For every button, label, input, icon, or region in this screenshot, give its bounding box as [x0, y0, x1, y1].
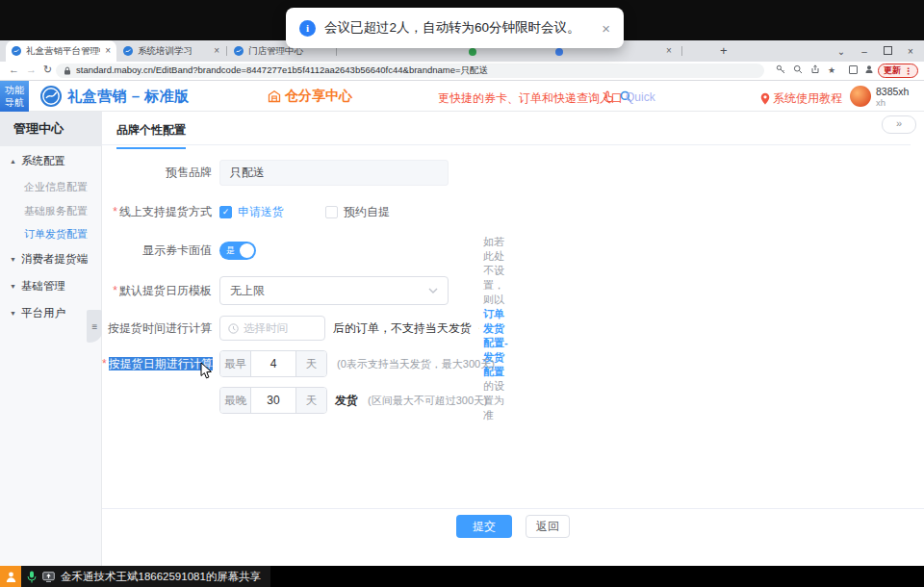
promo-text: 更快捷的券卡、订单和快递查询入口	[438, 90, 623, 107]
earliest-unit: 天	[295, 351, 326, 376]
browser-tab-1[interactable]: 礼盒营销平台管理中心 ×	[6, 40, 116, 62]
time-placeholder: 选择时间	[244, 321, 288, 336]
sidebar-item-label: 企业信息配置	[24, 181, 88, 192]
latest-days-input[interactable]: 30	[251, 388, 295, 413]
screen-share-icon	[42, 572, 55, 582]
time-picker-input[interactable]: 选择时间	[219, 316, 325, 341]
show-value-toggle[interactable]: 是	[219, 242, 256, 260]
form-row-calendar-template: *默认提货日历模板 无上限	[102, 276, 449, 305]
sidebar-group-label: 基础管理	[21, 279, 65, 294]
tab-separator	[226, 46, 227, 56]
select-value: 无上限	[230, 283, 265, 299]
brand-logo	[40, 86, 62, 107]
minimize-button[interactable]: –	[853, 46, 876, 57]
presale-brand-input[interactable]: 只配送	[219, 160, 449, 186]
password-key-icon[interactable]	[776, 64, 785, 78]
form-row-pickup-method: *线上支持提货方式 ✓ 申请送货 预约自提	[102, 204, 390, 219]
profile-icon[interactable]	[864, 64, 874, 78]
tab-group-icon[interactable]	[849, 64, 858, 78]
submit-button[interactable]: 提交	[456, 515, 512, 538]
meeting-attendee-icon[interactable]	[0, 566, 21, 587]
maximize-button[interactable]	[876, 46, 899, 57]
sidebar-item-basic-service[interactable]: 基础服务配置	[24, 204, 88, 218]
browser-tab-2[interactable]: 系统培训学习 ×	[117, 40, 225, 62]
address-bar[interactable]: standard.maboy.cn/EditBand?brandcode=844…	[56, 64, 764, 78]
reload-icon[interactable]: ↻	[43, 64, 52, 75]
back-button[interactable]: 返回	[526, 515, 570, 538]
latest-hint: (区间最大不可超过300天)	[368, 394, 488, 408]
earliest-prefix: 最早	[220, 351, 251, 376]
checkbox-delivery[interactable]: ✓	[219, 206, 232, 218]
toast-close-icon[interactable]: ×	[602, 20, 610, 37]
microphone-icon	[27, 571, 37, 583]
app-title: 礼盒营销 – 标准版	[67, 88, 190, 106]
pointing-hand-icon	[602, 89, 615, 103]
earliest-days-input[interactable]: 4	[251, 351, 295, 376]
username: 8385xh	[876, 86, 909, 97]
field-label: 显示券卡面值	[102, 242, 219, 259]
user-sub: xh	[876, 97, 886, 108]
screen-share-text: 金禾通技术王斌18662591081的屏幕共享	[61, 570, 261, 584]
sidebar-item-enterprise-info[interactable]: 企业信息配置	[24, 180, 88, 194]
tutorial-link[interactable]: 系统使用教程	[760, 90, 842, 107]
check-icon: ✓	[222, 207, 230, 217]
menu-dots-icon[interactable]: ⋮	[904, 66, 912, 76]
back-icon[interactable]: ←	[9, 64, 19, 75]
form-row-date-calc-earliest: *按提货日期进行计算 最早 4 天 (0表示支持当天发货，最大300天)	[102, 350, 495, 377]
tab-close-icon[interactable]: ×	[105, 46, 111, 56]
chrome-update-button[interactable]: 更新 ⋮	[878, 64, 918, 78]
clock-icon	[228, 323, 239, 334]
window-close-button[interactable]: ×	[899, 46, 922, 57]
sidebar-group-consumer-pickup[interactable]: ▼ 消费者提货端	[0, 252, 102, 267]
warehouse-icon	[268, 89, 281, 103]
menu-lines-icon: ≡	[92, 321, 98, 332]
sidebar-collapse-handle[interactable]: ≡	[87, 310, 103, 343]
share-icon[interactable]	[810, 64, 820, 78]
form-row-date-calc-latest: 最晚 30 天 发货 (区间最大不可超过300天)	[102, 387, 488, 414]
ship-label: 发货	[335, 393, 358, 409]
hidden-tab-favicon	[469, 48, 476, 56]
tab-title: 礼盒营销平台管理中心	[26, 45, 100, 58]
window-controls: ⌄ – ×	[830, 40, 922, 62]
selected-label-text: 按提货日期进行计算	[109, 357, 213, 370]
user-avatar[interactable]	[850, 86, 871, 107]
sidebar-item-order-shipping[interactable]: 订单发货配置	[24, 227, 88, 242]
tip-content: 如若此处不设置，则以订单发货配置-发货配置的设置为准	[483, 235, 513, 422]
tip-pin-icon	[478, 322, 479, 335]
site-favicon	[123, 46, 133, 56]
checkbox-self-pickup[interactable]	[325, 206, 338, 218]
chevron-down-icon	[428, 288, 438, 294]
sidebar-group-basic-management[interactable]: ▼ 基础管理	[0, 279, 102, 294]
earliest-hint: (0表示支持当天发货，最大300天)	[337, 357, 495, 371]
checkbox-self-pickup-label[interactable]: 预约自提	[344, 204, 390, 220]
quick-label[interactable]: Quick	[626, 90, 655, 104]
tab-brand-config[interactable]: 品牌个性配置	[116, 122, 186, 149]
zoom-icon[interactable]	[793, 64, 803, 78]
field-label: 按提货时间进行计算	[102, 320, 219, 337]
new-tab-button[interactable]: +	[720, 43, 728, 58]
latest-prefix: 最晚	[220, 388, 251, 413]
forward-icon[interactable]: →	[26, 64, 37, 75]
checkbox-delivery-label[interactable]: 申请送货	[238, 204, 284, 220]
toast-text: 会议已超过2人，自动转为60分钟限时会议。	[324, 19, 580, 37]
sidebar-group-system-config[interactable]: ▲ 系统配置	[0, 154, 102, 168]
bookmark-star-icon[interactable]: ★	[828, 64, 835, 77]
update-label: 更新	[884, 64, 901, 77]
site-favicon	[12, 46, 21, 56]
latest-unit: 天	[295, 388, 326, 413]
function-nav-button[interactable]: 功能 导航	[0, 81, 29, 112]
tab-search-icon[interactable]: ⌄	[830, 46, 853, 57]
site-favicon	[234, 46, 244, 56]
calendar-template-select[interactable]: 无上限	[219, 276, 449, 305]
panel-collapse-button[interactable]: »	[882, 115, 916, 134]
tab-close-icon[interactable]: ×	[214, 46, 219, 56]
share-center-label: 仓分享中心	[285, 88, 352, 105]
main-panel: 品牌个性配置 » 预售品牌 只配送 *线上支持提货方式 ✓ 申请送货 预约自提 …	[102, 112, 924, 566]
footer-buttons: 提交 返回	[102, 515, 924, 538]
nav-toggle-line1: 功能	[5, 84, 24, 96]
warehouse-share-center-link[interactable]: 仓分享中心	[268, 88, 352, 105]
tab-title: 系统培训学习	[138, 45, 209, 58]
page-body: 管理中心 ▲ 系统配置 企业信息配置 基础服务配置 订单发货配置 ▼ 消费者提货…	[0, 112, 924, 566]
sidebar-group-label: 系统配置	[21, 154, 65, 168]
tab-close-icon[interactable]: ×	[666, 45, 672, 56]
